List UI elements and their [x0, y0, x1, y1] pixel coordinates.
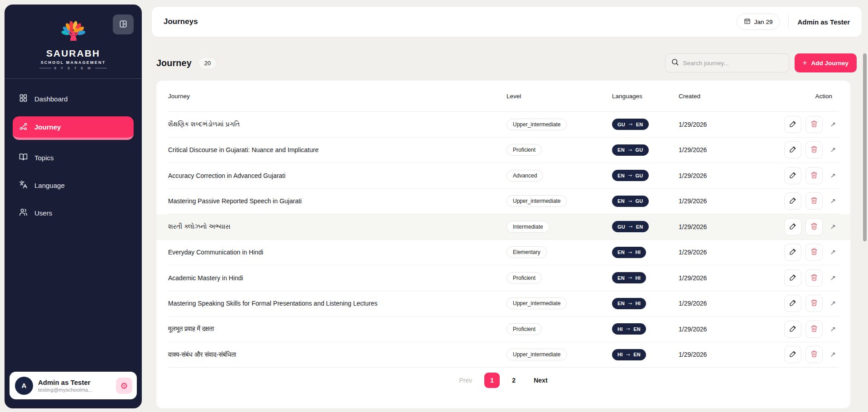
delete-button[interactable]	[805, 321, 823, 338]
dashboard-icon	[19, 94, 28, 104]
edit-button[interactable]	[784, 218, 801, 235]
open-journey-icon[interactable]: ↗	[830, 299, 836, 307]
edit-button[interactable]	[784, 167, 801, 184]
delete-button[interactable]	[805, 167, 823, 184]
languages-badge: EN→HI	[612, 272, 646, 283]
pagination: Prev 12 Next	[168, 368, 839, 393]
sidebar-item-label: Journey	[34, 123, 61, 131]
table-row: Mastering Passive Reported Speech in Guj…	[168, 189, 839, 215]
settings-button[interactable]: ⚙	[116, 378, 132, 394]
open-journey-icon[interactable]: ↗	[830, 223, 836, 231]
sidebar-menu: DashboardJourneyTopicsLanguageUsers	[5, 79, 142, 223]
pagination-prev[interactable]: Prev	[459, 377, 472, 384]
search-box[interactable]	[665, 53, 789, 72]
lang-from: EN	[617, 198, 625, 204]
journey-name: Mastering Speaking Skills for Formal Pre…	[168, 300, 506, 307]
edit-button[interactable]	[784, 192, 801, 210]
delete-button[interactable]	[805, 116, 823, 133]
open-journey-icon[interactable]: ↗	[830, 274, 836, 282]
add-journey-label: Add Journey	[811, 60, 849, 67]
lang-from: EN	[617, 249, 625, 255]
sidebar-item-dashboard[interactable]: Dashboard	[13, 89, 134, 109]
languages-badge: HI→EN	[612, 323, 646, 335]
gear-icon: ⚙	[120, 381, 128, 391]
avatar: A	[15, 377, 33, 395]
trash-icon	[810, 273, 818, 283]
edit-button[interactable]	[784, 346, 801, 363]
trash-icon	[810, 196, 818, 206]
sidebar-item-users[interactable]: Users	[13, 203, 134, 223]
delete-button[interactable]	[805, 244, 823, 261]
created-date: 1/29/2026	[679, 326, 761, 333]
delete-button[interactable]	[805, 269, 823, 287]
level-badge: Proficient	[506, 272, 542, 284]
edit-button[interactable]	[784, 116, 801, 133]
profile-info: Admin as Tester testing@myschoolma...	[38, 378, 92, 393]
topbar-right: Jan 29 Admin as Tester	[737, 14, 850, 30]
open-journey-icon[interactable]: ↗	[830, 248, 836, 256]
languages-badge: GU→EN	[612, 119, 649, 130]
edit-button[interactable]	[784, 269, 801, 287]
lang-from: EN	[617, 173, 625, 178]
delete-button[interactable]	[805, 346, 823, 363]
edit-button[interactable]	[784, 295, 801, 312]
journey-name: શરતી ક્લોઝનો અભ્યાસ	[168, 223, 506, 230]
edit-button[interactable]	[784, 244, 801, 261]
pagination-page-2[interactable]: 2	[506, 373, 521, 388]
calendar-icon	[744, 18, 751, 26]
delete-button[interactable]	[805, 218, 823, 235]
pagination-pages: 12	[484, 373, 521, 388]
arrow-right-icon: →	[628, 224, 633, 230]
open-journey-icon[interactable]: ↗	[830, 120, 836, 129]
date-button[interactable]: Jan 29	[737, 14, 780, 30]
open-journey-icon[interactable]: ↗	[830, 146, 836, 154]
edit-button[interactable]	[784, 141, 801, 158]
lang-to: EN	[636, 122, 643, 127]
topics-icon	[19, 153, 28, 163]
trash-icon	[810, 248, 818, 257]
level-badge: Elementary	[506, 246, 547, 258]
open-journey-icon[interactable]: ↗	[830, 172, 836, 180]
journey-name: Accuracy Correction in Advanced Gujarati	[168, 172, 506, 179]
sidebar-item-journey[interactable]: Journey	[13, 116, 134, 140]
trash-icon	[810, 145, 818, 154]
level-badge: Proficient	[506, 144, 542, 156]
open-journey-icon[interactable]: ↗	[830, 325, 836, 333]
pagination-next[interactable]: Next	[534, 377, 547, 384]
vertical-scrollbar[interactable]	[863, 50, 867, 408]
delete-button[interactable]	[805, 295, 823, 312]
open-journey-icon[interactable]: ↗	[830, 350, 836, 359]
add-journey-button[interactable]: + Add Journey	[795, 53, 857, 72]
table-row: શૈક્ષણિક શબ્દભંડોળમાં પ્રગતિUpper_interm…	[168, 112, 839, 138]
sidebar-item-label: Language	[34, 182, 65, 189]
created-date: 1/29/2026	[679, 249, 761, 256]
table-row: वाक्य-संबंध और संवाद-संबंधिताUpper_inter…	[168, 342, 839, 368]
sidebar-item-language[interactable]: Language	[13, 175, 134, 195]
trash-icon	[810, 171, 818, 180]
sidebar-item-topics[interactable]: Topics	[13, 148, 134, 168]
pagination-page-1[interactable]: 1	[484, 373, 500, 388]
lang-to: GU	[635, 147, 643, 153]
sidebar-collapse-button[interactable]	[113, 14, 134, 34]
lang-to: HI	[635, 275, 641, 281]
sidebar-profile-card[interactable]: A Admin as Tester testing@myschoolma... …	[10, 372, 137, 399]
languages-badge: HI→EN	[612, 349, 646, 360]
pencil-icon	[789, 120, 797, 129]
journey-name: Everyday Communication in Hindi	[168, 249, 506, 256]
edit-button[interactable]	[784, 321, 801, 338]
created-date: 1/29/2026	[679, 274, 761, 282]
languages-badge: EN→GU	[612, 144, 649, 156]
lang-from: GU	[617, 224, 625, 230]
arrow-right-icon: →	[628, 198, 632, 204]
pencil-icon	[789, 222, 797, 231]
main-content: Journeys Jan 29 Admin as Tester	[152, 5, 862, 408]
delete-button[interactable]	[805, 192, 823, 210]
search-input[interactable]	[683, 60, 783, 67]
created-date: 1/29/2026	[679, 351, 761, 358]
scrollbar-thumb[interactable]	[863, 53, 867, 241]
date-label: Jan 29	[754, 19, 773, 25]
search-icon	[671, 58, 679, 68]
delete-button[interactable]	[805, 141, 823, 158]
page-title: Journeys	[164, 17, 198, 26]
open-journey-icon[interactable]: ↗	[830, 197, 836, 205]
